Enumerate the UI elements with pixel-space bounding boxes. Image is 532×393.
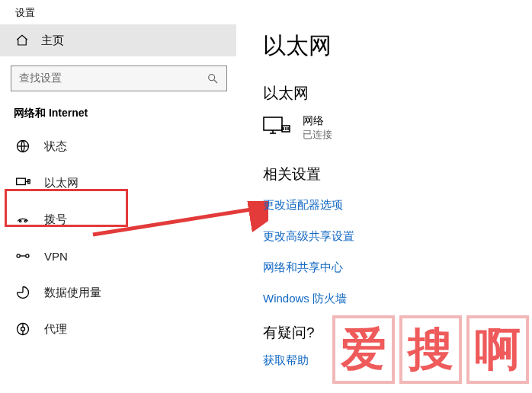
sidebar-item-vpn[interactable]: VPN <box>0 238 236 274</box>
sidebar-item-status[interactable]: 状态 <box>0 128 236 165</box>
status-icon <box>15 139 30 154</box>
sidebar: 主页 查找设置 网络和 Internet 状态 以太网 <box>0 24 236 393</box>
sidebar-item-datausage[interactable]: 数据使用量 <box>0 274 236 311</box>
svg-rect-18 <box>264 117 282 130</box>
sidebar-item-label: 状态 <box>44 139 67 154</box>
sidebar-item-dialup[interactable]: 拨号 <box>0 201 236 238</box>
main-panel: 以太网 以太网 网络 已连接 相关设置 更改适配器选项 更改高级共享设置 网络和… <box>263 30 532 393</box>
sidebar-item-label: 拨号 <box>44 212 67 227</box>
svg-line-1 <box>214 80 217 83</box>
network-text: 网络 已连接 <box>303 114 332 142</box>
svg-point-8 <box>17 254 20 257</box>
ethernet-icon <box>15 175 30 190</box>
svg-point-14 <box>21 328 25 331</box>
page-title: 以太网 <box>263 30 532 62</box>
monitor-network-icon <box>263 117 290 139</box>
sidebar-item-label: 代理 <box>44 322 67 337</box>
sidebar-home-label: 主页 <box>41 34 64 48</box>
sidebar-item-label: 数据使用量 <box>44 286 101 300</box>
link-get-help[interactable]: 获取帮助 <box>263 353 532 368</box>
link-windows-firewall[interactable]: Windows 防火墙 <box>263 292 532 306</box>
svg-point-0 <box>209 75 215 81</box>
data-usage-icon <box>15 285 30 300</box>
network-status: 已连接 <box>303 128 332 142</box>
network-name: 网络 <box>303 114 332 128</box>
ethernet-subheading: 以太网 <box>263 83 532 104</box>
sidebar-item-proxy[interactable]: 代理 <box>0 311 236 347</box>
nav-list: 状态 以太网 拨号 VPN <box>0 128 236 347</box>
svg-point-6 <box>20 220 21 222</box>
search-icon <box>207 72 219 85</box>
sidebar-section-label: 网络和 Internet <box>0 102 236 128</box>
sidebar-item-label: 以太网 <box>44 176 79 190</box>
svg-point-9 <box>26 254 29 257</box>
sidebar-home[interactable]: 主页 <box>0 24 236 56</box>
link-network-sharing-center[interactable]: 网络和共享中心 <box>263 260 532 275</box>
related-settings-heading: 相关设置 <box>263 165 532 184</box>
sidebar-item-label: VPN <box>44 250 68 263</box>
home-icon <box>15 34 29 47</box>
dialup-icon <box>15 212 30 227</box>
question-heading: 有疑问? <box>263 323 532 343</box>
svg-rect-3 <box>17 178 26 184</box>
window-title: 设置 <box>15 6 35 20</box>
sidebar-item-ethernet[interactable]: 以太网 <box>0 165 236 201</box>
search-placeholder: 查找设置 <box>19 72 62 85</box>
vpn-icon <box>15 248 30 264</box>
search-input[interactable]: 查找设置 <box>11 66 227 91</box>
network-item[interactable]: 网络 已连接 <box>263 114 532 142</box>
svg-point-7 <box>24 220 26 222</box>
link-change-advanced-sharing[interactable]: 更改高级共享设置 <box>263 229 532 244</box>
proxy-icon <box>15 321 30 337</box>
link-change-adapter-options[interactable]: 更改适配器选项 <box>263 198 532 212</box>
